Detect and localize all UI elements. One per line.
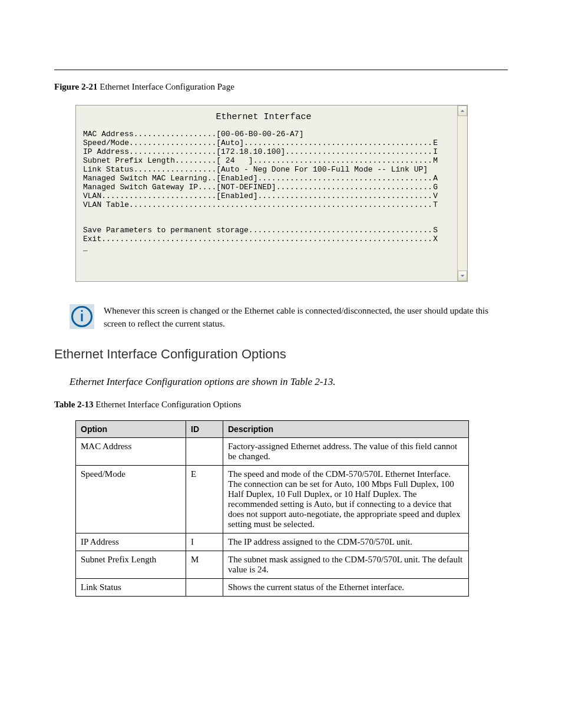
terminal-line-right: T	[433, 200, 438, 209]
cell-option: Link Status	[76, 579, 186, 597]
cell-id: E	[186, 466, 223, 533]
terminal-line-right: X	[433, 235, 438, 243]
terminal-line-right: E	[433, 139, 438, 147]
cell-option: Subnet Prefix Length	[76, 551, 186, 579]
terminal-line-right: I	[433, 147, 438, 156]
terminal-line: MAC Address..................[00-06-B0-0…	[83, 130, 438, 139]
terminal-line: VLAN TableT	[83, 200, 438, 209]
section-subtitle: Ethernet Interface Configuration options…	[70, 376, 508, 388]
terminal-line-fill	[276, 183, 434, 192]
section-heading: Ethernet Interface Configuration Options	[54, 347, 508, 362]
cell-id	[186, 579, 223, 597]
chevron-up-icon	[460, 108, 465, 113]
table-row: Speed/ModeEThe speed and mode of the CDM…	[76, 466, 469, 533]
terminal-screenshot: Ethernet Interface MAC Address..........…	[75, 105, 468, 282]
terminal-line-fill	[257, 174, 433, 183]
scrollbar-track[interactable]	[458, 116, 467, 271]
terminal-line-left: Link Status..................[Auto - Neg…	[83, 165, 428, 174]
cell-id	[186, 438, 223, 466]
terminal-line-right: S	[433, 226, 438, 235]
terminal-line-left: VLAN Table	[83, 200, 129, 209]
chevron-down-icon	[460, 274, 465, 278]
cell-desc: The speed and mode of the CDM-570/570L E…	[223, 466, 469, 533]
terminal-line-right: V	[433, 192, 438, 200]
col-id: ID	[186, 421, 223, 438]
table-row: IP AddressIThe IP address assigned to th…	[76, 533, 469, 551]
terminal-line-right: A	[433, 174, 438, 183]
terminal-line-left: IP Address...................[172.18.10.…	[83, 147, 285, 156]
header-rule	[54, 70, 508, 70]
note-text: Whenever this screen is changed or the E…	[104, 304, 508, 330]
terminal-line-left: Speed/Mode...................[Auto]	[83, 139, 244, 147]
scrollbar[interactable]	[457, 106, 467, 281]
terminal-line-left: Managed Switch MAC Learning..[Enabled]	[83, 174, 257, 183]
cell-desc: Factory-assigned Ethernet address. The v…	[223, 438, 469, 466]
terminal-line-fill	[101, 235, 433, 243]
table-header-row: Option ID Description	[76, 421, 469, 438]
terminal-line-fill	[253, 156, 434, 165]
terminal-line: VLAN.........................[Enabled]V	[83, 192, 438, 200]
cell-option: Speed/Mode	[76, 466, 186, 533]
cell-desc: The subnet mask assigned to the CDM-570/…	[223, 551, 469, 579]
figure-title: Ethernet Interface Configuration Page	[97, 82, 234, 91]
table-row: Link StatusShows the current status of t…	[76, 579, 469, 597]
cell-option: IP Address	[76, 533, 186, 551]
terminal-line: Managed Switch Gateway IP....[NOT-DEFINE…	[83, 183, 438, 192]
terminal-line: Subnet Prefix Length.........[ 24 ]M	[83, 156, 438, 165]
terminal-line-right: M	[433, 156, 438, 165]
terminal-title: Ethernet Interface	[83, 113, 444, 121]
terminal-line-fill	[257, 192, 433, 200]
note-block: Whenever this screen is changed or the E…	[70, 304, 508, 330]
scroll-down-button[interactable]	[458, 271, 467, 281]
table-row: MAC AddressFactory-assigned Ethernet add…	[76, 438, 469, 466]
terminal-line: Managed Switch MAC Learning..[Enabled]A	[83, 174, 438, 183]
terminal-body: Ethernet Interface MAC Address..........…	[76, 106, 457, 281]
terminal-line-left: VLAN.........................[Enabled]	[83, 192, 257, 200]
terminal-line-left: Subnet Prefix Length.........[ 24 ]	[83, 156, 253, 165]
info-icon	[70, 304, 94, 329]
terminal-line: Save Parameters to permanent storageS	[83, 226, 438, 235]
terminal-cursor: _	[83, 243, 444, 252]
table-caption-label: Table 2-13	[54, 400, 94, 409]
table-caption-title: Ethernet Interface Configuration Options	[94, 400, 242, 409]
table-row: Subnet Prefix LengthMThe subnet mask ass…	[76, 551, 469, 579]
cell-id: M	[186, 551, 223, 579]
terminal-line: ExitX	[83, 235, 438, 243]
cell-id: I	[186, 533, 223, 551]
table-caption: Table 2-13 Ethernet Interface Configurat…	[54, 400, 508, 410]
terminal-line: IP Address...................[172.18.10.…	[83, 147, 438, 156]
figure-label: Figure 2-21	[54, 82, 97, 91]
terminal-line-right: G	[433, 183, 438, 192]
terminal-line: Link Status..................[Auto - Neg…	[83, 165, 438, 174]
terminal-line-fill	[129, 200, 433, 209]
terminal-line-fill	[285, 147, 433, 156]
cell-desc: Shows the current status of the Ethernet…	[223, 579, 469, 597]
options-table: Option ID Description MAC AddressFactory…	[75, 420, 469, 597]
terminal-line-left: MAC Address..................[00-06-B0-0…	[83, 130, 303, 139]
terminal-line: Speed/Mode...................[Auto]E	[83, 139, 438, 147]
cell-option: MAC Address	[76, 438, 186, 466]
col-desc: Description	[223, 421, 469, 438]
figure-caption: Figure 2-21 Ethernet Interface Configura…	[54, 82, 508, 92]
terminal-line-left: Managed Switch Gateway IP....[NOT-DEFINE…	[83, 183, 276, 192]
terminal-line-fill	[244, 139, 433, 147]
terminal-line-left: Save Parameters to permanent storage	[83, 226, 249, 235]
terminal-line-fill	[249, 226, 433, 235]
col-option: Option	[76, 421, 186, 438]
cell-desc: The IP address assigned to the CDM-570/5…	[223, 533, 469, 551]
terminal-line-left: Exit	[83, 235, 101, 243]
scroll-up-button[interactable]	[458, 106, 467, 116]
